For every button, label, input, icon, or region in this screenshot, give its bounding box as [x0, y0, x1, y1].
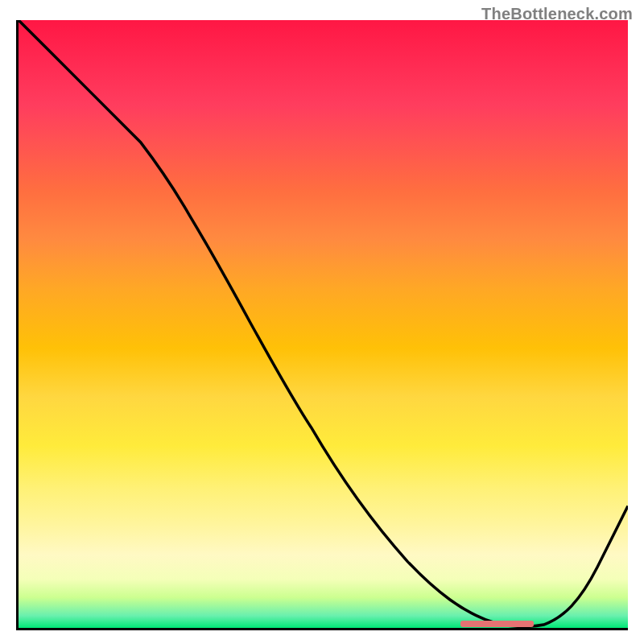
chart-container: TheBottleneck.com — [0, 0, 644, 644]
watermark-text: TheBottleneck.com — [481, 5, 633, 23]
plot-area — [16, 20, 628, 630]
minimum-marker — [460, 621, 534, 627]
bottleneck-curve-path — [19, 20, 628, 626]
curve-svg — [19, 20, 628, 628]
